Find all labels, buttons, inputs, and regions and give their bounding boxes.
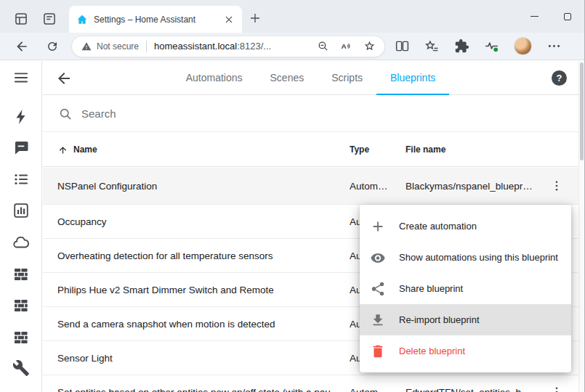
- search-input[interactable]: [81, 107, 578, 120]
- not-secure-warning-icon: [81, 41, 92, 52]
- column-header-name[interactable]: Name: [57, 144, 350, 155]
- menu-item-create-automation[interactable]: Create automation: [360, 211, 571, 242]
- menu-item-share-blueprint[interactable]: Share blueprint: [360, 273, 571, 304]
- maximize-button[interactable]: [551, 0, 584, 33]
- menu-item-label: Create automation: [399, 221, 477, 232]
- svg-text:A: A: [341, 42, 346, 50]
- tab-actions-icon[interactable]: [42, 12, 57, 26]
- split-screen-icon[interactable]: [395, 38, 410, 54]
- browser-menu-icon[interactable]: [546, 38, 562, 54]
- tab-title: Settings – Home Assistant: [94, 15, 223, 25]
- menu-item-label: Re-import blueprint: [399, 314, 480, 325]
- menu-item-label: Delete blueprint: [399, 346, 465, 356]
- sidebar-dashboard-1-icon[interactable]: [12, 266, 30, 283]
- zoom-out-icon[interactable]: [317, 40, 329, 52]
- browser-titlebar: Settings – Home Assistant: [0, 0, 584, 33]
- download-icon: [370, 312, 386, 328]
- sidebar-developer-tools-icon[interactable]: [12, 359, 30, 377]
- workspaces-icon[interactable]: [14, 12, 28, 26]
- column-header-file[interactable]: File name: [406, 144, 541, 155]
- scrollbar-thumb[interactable]: [580, 62, 584, 160]
- sidebar-energy-icon[interactable]: [12, 108, 30, 126]
- row-name: Philips Hue v2 Smart Dimmer Switch and R…: [57, 285, 350, 295]
- sidebar-assist-icon[interactable]: [12, 139, 30, 157]
- menu-item-delete-blueprint[interactable]: Delete blueprint: [360, 335, 571, 367]
- tab-blueprints[interactable]: Blueprints: [376, 61, 449, 95]
- blueprint-context-menu: Create automation Show automations using…: [360, 205, 571, 372]
- tab-scripts[interactable]: Scripts: [318, 61, 376, 95]
- security-label[interactable]: Not secure: [97, 41, 139, 52]
- page-scrollbar[interactable]: [578, 61, 584, 392]
- browser-essentials-icon[interactable]: [484, 38, 499, 54]
- url-host: homeassistant.local: [154, 41, 237, 52]
- search-icon: [58, 107, 73, 121]
- browser-back-icon[interactable]: [15, 39, 29, 54]
- tab-automations[interactable]: Automations: [172, 61, 257, 95]
- table-row[interactable]: NSPanel Configuration Autom… Blackymas/n…: [43, 168, 578, 205]
- row-name: Sensor Light: [57, 353, 350, 364]
- row-overflow-menu-icon[interactable]: [550, 179, 563, 192]
- refresh-icon[interactable]: [46, 40, 59, 53]
- new-tab-button[interactable]: [249, 12, 262, 25]
- url-text[interactable]: homeassistant.local:8123/...: [154, 41, 271, 52]
- menu-item-reimport-blueprint[interactable]: Re-import blueprint: [360, 304, 571, 335]
- tab-scenes[interactable]: Scenes: [257, 61, 318, 95]
- sidebar-dashboard-3-icon[interactable]: [12, 329, 30, 346]
- favorites-icon[interactable]: [424, 38, 440, 54]
- column-label-name: Name: [73, 144, 97, 155]
- trash-icon: [370, 343, 386, 359]
- ha-tab-bar: Automations Scenes Scripts Blueprints: [86, 61, 535, 95]
- sidebar-history-icon[interactable]: [12, 202, 30, 219]
- ha-back-icon[interactable]: [55, 70, 73, 87]
- row-type: Autom…: [350, 387, 406, 392]
- sidebar-logbook-icon[interactable]: [12, 171, 30, 188]
- table-row[interactable]: Set entities based on other entities new…: [43, 375, 578, 392]
- share-icon: [370, 281, 386, 297]
- address-divider: [146, 41, 147, 52]
- read-aloud-icon[interactable]: A: [340, 40, 352, 52]
- row-name: Occupancy: [57, 216, 350, 227]
- url-tail: :8123/...: [237, 41, 271, 52]
- row-type: Autom…: [350, 181, 406, 192]
- plus-icon: [370, 219, 386, 234]
- extensions-icon[interactable]: [454, 38, 469, 54]
- help-icon[interactable]: ?: [552, 70, 567, 86]
- sidebar-dashboard-2-icon[interactable]: [12, 297, 30, 314]
- row-name: Overheating detection for all temperatur…: [57, 250, 350, 261]
- home-assistant-favicon-icon: [76, 14, 88, 25]
- sidebar-cloud-icon[interactable]: [12, 234, 30, 251]
- row-file: EdwardTFN/set_entities_bas…: [406, 387, 541, 392]
- row-overflow-menu-icon[interactable]: [550, 385, 563, 392]
- address-bar[interactable]: Not secure homeassistant.local:8123/... …: [71, 36, 385, 57]
- table-header: Name Type File name: [43, 133, 578, 167]
- tab-close-icon[interactable]: [223, 14, 235, 25]
- browser-tab[interactable]: Settings – Home Assistant: [69, 6, 242, 33]
- row-file: Blackymas/nspanel_blueprin…: [406, 181, 541, 192]
- row-name: Set entities based on other entities new…: [57, 387, 350, 392]
- window-controls: [517, 0, 584, 33]
- menu-item-label: Show automations using this blueprint: [399, 252, 558, 263]
- sort-ascending-icon: [57, 144, 68, 155]
- column-header-type[interactable]: Type: [350, 144, 406, 155]
- menu-item-label: Share blueprint: [399, 283, 463, 294]
- menu-item-show-automations[interactable]: Show automations using this blueprint: [360, 242, 571, 273]
- favorite-star-icon[interactable]: [363, 40, 376, 52]
- row-name: Send a camera snapshot when motion is de…: [57, 319, 350, 330]
- search-bar: [43, 96, 578, 132]
- ha-sidebar: [0, 61, 42, 392]
- browser-navbar: Not secure homeassistant.local:8123/... …: [0, 33, 584, 60]
- browser-window: Settings – Home Assistant Not secure: [0, 0, 585, 392]
- row-name: NSPanel Configuration: [57, 181, 350, 192]
- minimize-button[interactable]: [517, 0, 551, 33]
- profile-avatar[interactable]: [514, 37, 532, 55]
- eye-icon: [370, 250, 386, 266]
- ha-header: Automations Scenes Scripts Blueprints ?: [43, 61, 578, 95]
- sidebar-menu-icon[interactable]: [12, 69, 30, 86]
